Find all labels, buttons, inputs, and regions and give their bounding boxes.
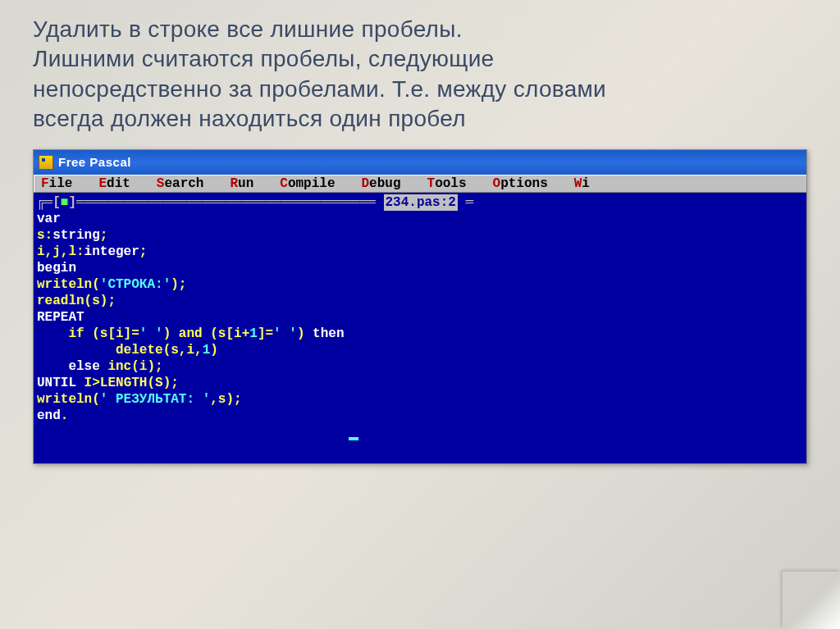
slide: Удалить в строке все лишние пробелы. Лиш… (0, 0, 840, 629)
menu-window[interactable]: Wi (574, 176, 590, 191)
menu-options[interactable]: Options (493, 176, 548, 191)
menu-compile[interactable]: Compile (280, 176, 335, 191)
menu-run[interactable]: Run (230, 176, 253, 191)
app-icon (39, 155, 53, 170)
code-line-10: else inc(i); (37, 358, 803, 375)
code-line-11: UNTIL I>LENGTH(S); (37, 375, 803, 391)
code-line-9: delete(s,i,1) (37, 342, 803, 358)
menubar: File Edit Search Run Compile Debug Tools… (34, 175, 806, 193)
freepascal-window: Free Pascal File Edit Search Run Compile… (33, 149, 807, 464)
close-widget-icon[interactable]: ■ (61, 194, 69, 211)
titlebar[interactable]: Free Pascal (34, 150, 806, 175)
editor-frame-top: ╔═[■]═══════════════════════════════════… (37, 194, 803, 211)
menu-debug[interactable]: Debug (362, 176, 401, 191)
window-title: Free Pascal (58, 155, 131, 169)
menu-edit[interactable]: Edit (98, 176, 130, 191)
code-line-1: var (37, 211, 803, 227)
code-line-7: REPEAT (37, 309, 803, 326)
task-line-3: непосредственно за пробелами. Т.е. между… (33, 75, 807, 104)
code-line-12: writeln(' РЕЗУЛЬТАТ: ',s); (37, 391, 803, 408)
code-editor[interactable]: ╔═[■]═══════════════════════════════════… (34, 193, 806, 463)
code-line-2: s:string; (37, 227, 803, 244)
code-line-6: readln(s); (37, 293, 803, 309)
menu-tools[interactable]: Tools (427, 176, 467, 191)
task-line-4: всегда должен находиться один пробел (33, 104, 807, 134)
code-line-5: writeln('СТРОКА:'); (37, 276, 803, 293)
text-cursor (37, 424, 803, 445)
code-line-4: begin (37, 260, 803, 276)
task-description: Удалить в строке все лишние пробелы. Лиш… (33, 15, 807, 134)
task-line-1: Удалить в строке все лишние пробелы. (33, 15, 807, 44)
page-fold-decoration (783, 572, 840, 629)
filename-tag: 234.pas:2 (384, 194, 458, 211)
task-line-2: Лишними считаются пробелы, следующие (33, 44, 807, 74)
code-line-13: end. (37, 408, 803, 424)
code-line-8: if (s[i]=' ') and (s[i+1]=' ') then (37, 326, 803, 342)
menu-search[interactable]: Search (157, 176, 204, 191)
code-line-3: i,j,l:integer; (37, 244, 803, 260)
menu-file[interactable]: File (41, 176, 72, 191)
